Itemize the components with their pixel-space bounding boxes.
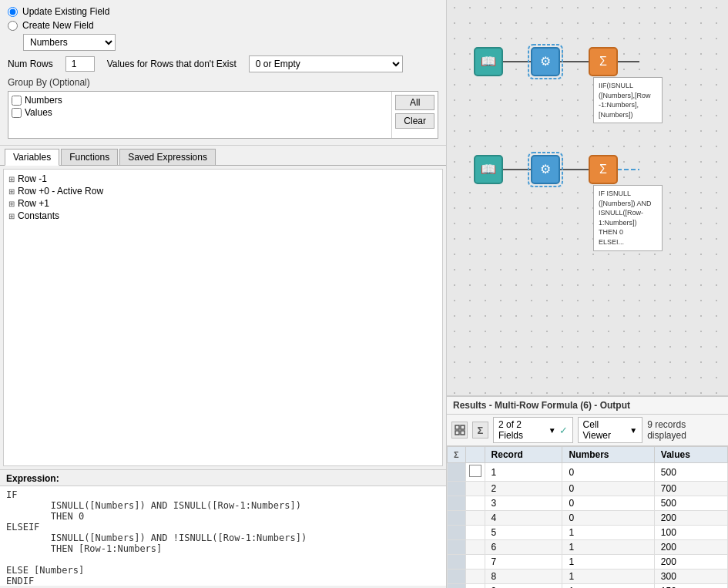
group-by-values-checkbox[interactable] bbox=[12, 108, 22, 118]
row-numbers: 1 bbox=[562, 555, 654, 570]
tree-item-row-plus1[interactable]: ⊞ Row +1 bbox=[7, 197, 439, 210]
group-by-numbers-checkbox[interactable] bbox=[12, 96, 22, 106]
fields-label: 2 of 2 Fields bbox=[498, 419, 545, 441]
row-sum-cell bbox=[448, 555, 466, 570]
cell-viewer-arrow-icon: ▼ bbox=[629, 426, 637, 435]
table-row: 10500 bbox=[448, 463, 728, 482]
row-values: 200 bbox=[654, 555, 727, 570]
table-row: 61200 bbox=[448, 540, 728, 555]
records-count: 9 records displayed bbox=[647, 419, 723, 441]
row-icon-cell bbox=[465, 584, 485, 589]
grid-icon bbox=[455, 425, 465, 435]
row-icon-cell bbox=[465, 482, 485, 496]
table-row: 71200 bbox=[448, 555, 728, 570]
row-numbers: 1 bbox=[562, 526, 654, 540]
canvas-area: 📖 ⚙ Σ IIF(ISNULL([Numbers],[Row-1:Number… bbox=[447, 0, 728, 395]
bot-node-label: IF ISNULL([Numbers]) ANDISNULL([Row-1:Nu… bbox=[593, 185, 663, 251]
table-row: 30500 bbox=[448, 496, 728, 511]
results-tbody: 1050020700305004020051100612007120081300… bbox=[448, 463, 728, 589]
tree-item-row-active[interactable]: ⊞ Row +0 - Active Row bbox=[7, 185, 439, 197]
table-row: 81300 bbox=[448, 570, 728, 584]
expression-section: Expression: IF ISNULL([Numbers]) AND ISN… bbox=[0, 469, 446, 588]
row-icon-cell bbox=[465, 511, 485, 526]
num-rows-input[interactable] bbox=[66, 57, 94, 71]
tabs-row: Variables Functions Saved Expressions bbox=[0, 146, 446, 166]
create-field-radio[interactable] bbox=[8, 21, 18, 31]
row-record: 9 bbox=[485, 584, 562, 589]
top-node-label: IIF(ISNULL([Numbers],[Row-1:Numbers],[Nu… bbox=[593, 77, 663, 123]
group-by-area: Numbers Values All Clear bbox=[8, 91, 438, 139]
tree-item-row-minus1[interactable]: ⊞ Row -1 bbox=[7, 173, 439, 185]
row-record: 2 bbox=[485, 482, 562, 496]
cell-viewer-btn[interactable]: Cell Viewer ▼ bbox=[578, 417, 643, 443]
tree-label-row-minus1: Row -1 bbox=[18, 173, 47, 184]
tab-functions[interactable]: Functions bbox=[61, 149, 118, 165]
group-by-label: Group By (Optional) bbox=[8, 77, 438, 88]
row-record: 7 bbox=[485, 555, 562, 570]
expand-icon-row-active: ⊞ bbox=[8, 187, 15, 196]
tab-variables[interactable]: Variables bbox=[5, 149, 59, 166]
svg-rect-22 bbox=[455, 431, 459, 435]
group-by-fields: Numbers Values bbox=[8, 92, 391, 138]
row-record: 6 bbox=[485, 540, 562, 555]
table-row: 91150 bbox=[448, 584, 728, 589]
svg-text:📖: 📖 bbox=[481, 54, 496, 69]
right-panel: 📖 ⚙ Σ IIF(ISNULL([Numbers],[Row-1:Number… bbox=[447, 0, 728, 588]
row-sum-cell bbox=[448, 570, 466, 584]
results-table-wrap[interactable]: Σ Record Numbers Values 1050020700305004… bbox=[447, 446, 728, 588]
results-toolbar: Σ 2 of 2 Fields ▼ ✓ Cell Viewer ▼ 9 reco… bbox=[447, 415, 728, 446]
row-icon-cell bbox=[465, 496, 485, 511]
tree-item-constants[interactable]: ⊞ Constants bbox=[7, 210, 439, 222]
row-numbers: 0 bbox=[562, 496, 654, 511]
col-header-record: Record bbox=[485, 447, 562, 463]
values-select[interactable]: 0 or Empty Null Last Value bbox=[249, 55, 403, 72]
row-numbers: 0 bbox=[562, 463, 654, 482]
results-table: Σ Record Numbers Values 1050020700305004… bbox=[447, 446, 728, 588]
table-row: 20700 bbox=[448, 482, 728, 496]
fields-dropdown-btn[interactable]: 2 of 2 Fields ▼ ✓ bbox=[493, 417, 573, 443]
update-field-label: Update Existing Field bbox=[22, 6, 109, 17]
tree-label-row-plus1: Row +1 bbox=[18, 198, 49, 209]
num-rows-label: Num Rows bbox=[8, 59, 53, 69]
results-panel: Results - Multi-Row Formula (6) - Output… bbox=[447, 395, 728, 588]
col-header-sel bbox=[465, 447, 485, 463]
field-select[interactable]: Numbers Values bbox=[23, 34, 116, 51]
row-sum-cell bbox=[448, 496, 466, 511]
group-by-numbers-label: Numbers bbox=[25, 95, 62, 106]
row-sum-cell bbox=[448, 526, 466, 540]
tab-saved-expressions[interactable]: Saved Expressions bbox=[119, 149, 216, 165]
svg-text:Σ: Σ bbox=[599, 163, 607, 176]
col-header-values: Values bbox=[654, 447, 727, 463]
svg-text:Σ: Σ bbox=[599, 55, 607, 68]
table-row: 40200 bbox=[448, 511, 728, 526]
tree-label-row-active: Row +0 - Active Row bbox=[18, 186, 103, 197]
update-field-radio[interactable] bbox=[8, 7, 18, 17]
expression-editor[interactable]: IF ISNULL([Numbers]) AND ISNULL([Row-1:N… bbox=[0, 486, 446, 586]
row-sum-cell bbox=[448, 482, 466, 496]
grid-icon-btn[interactable] bbox=[451, 422, 468, 438]
row-values: 200 bbox=[654, 511, 727, 526]
clear-button[interactable]: Clear bbox=[395, 113, 434, 129]
row-numbers: 0 bbox=[562, 511, 654, 526]
config-section: Update Existing Field Create New Field N… bbox=[0, 0, 446, 146]
all-button[interactable]: All bbox=[395, 95, 434, 110]
row-sum-cell bbox=[448, 463, 466, 482]
row-icon-cell bbox=[465, 540, 485, 555]
row-values: 200 bbox=[654, 540, 727, 555]
cell-viewer-label: Cell Viewer bbox=[583, 419, 627, 441]
row-record: 4 bbox=[485, 511, 562, 526]
left-panel: Update Existing Field Create New Field N… bbox=[0, 0, 447, 588]
sum-icon-btn[interactable]: Σ bbox=[472, 422, 488, 438]
dropdown-arrow-icon: ▼ bbox=[549, 426, 556, 435]
svg-text:⚙: ⚙ bbox=[540, 163, 551, 176]
table-row: 51100 bbox=[448, 526, 728, 540]
row-values: 100 bbox=[654, 526, 727, 540]
row-record: 5 bbox=[485, 526, 562, 540]
create-field-label: Create New Field bbox=[22, 20, 94, 31]
row-selector-icon[interactable] bbox=[469, 465, 481, 477]
bot-workflow-svg: 📖 ⚙ Σ bbox=[470, 150, 670, 189]
expression-label: Expression: bbox=[0, 470, 446, 486]
row-sum-cell bbox=[448, 584, 466, 589]
row-sum-cell bbox=[448, 511, 466, 526]
row-values: 500 bbox=[654, 496, 727, 511]
